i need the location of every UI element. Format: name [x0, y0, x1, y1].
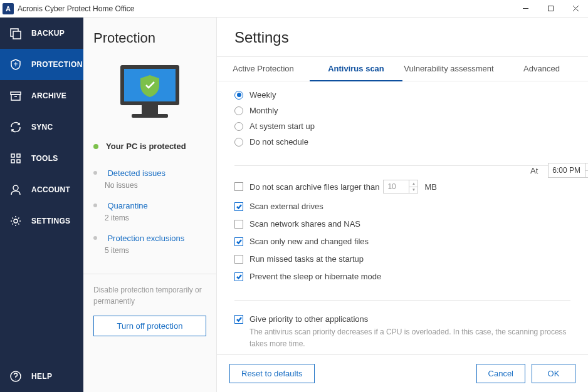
check-scan-external[interactable]: Scan external drives: [234, 202, 570, 211]
help-icon: [9, 369, 23, 383]
checkbox-icon: [234, 255, 243, 264]
tab-active-protection[interactable]: Active Protection: [217, 57, 310, 81]
check-scan-network[interactable]: Scan network shares and NAS: [234, 219, 570, 229]
protection-panel: Protection Your PC is protected Detected…: [83, 18, 217, 392]
svg-point-13: [13, 185, 18, 190]
checkbox-icon: [234, 272, 243, 281]
radio-icon: [234, 106, 243, 115]
titlebar: A Acronis Cyber Protect Home Office: [0, 0, 588, 18]
panel-title: Protection: [83, 30, 216, 46]
sidebar-item-label: ARCHIVE: [31, 91, 66, 100]
chevron-down-icon[interactable]: ▼: [585, 171, 588, 178]
bullet-icon: [93, 236, 97, 240]
sidebar-item-label: BACKUP: [31, 29, 65, 38]
svg-rect-5: [13, 31, 21, 39]
close-button[interactable]: [563, 0, 588, 18]
check-archive-size[interactable]: Do not scan archive files larger than ▲▼…: [234, 180, 570, 193]
archive-icon: [9, 89, 23, 103]
sidebar-item-backup[interactable]: BACKUP: [0, 18, 83, 49]
sidebar-item-label: ACCOUNT: [31, 185, 70, 194]
radio-weekly[interactable]: Weekly: [234, 90, 570, 100]
check-priority[interactable]: Give priority to other applications: [234, 314, 570, 324]
radio-icon: [234, 138, 243, 147]
archive-size-input[interactable]: [383, 180, 409, 193]
disable-note: Disable protection temporarily or perman…: [83, 284, 216, 316]
checkbox-label: Scan only new and changed files: [249, 237, 369, 246]
radio-startup[interactable]: At system start up: [234, 121, 570, 131]
svg-rect-11: [11, 160, 14, 163]
settings-title: Settings: [217, 18, 588, 56]
sidebar-item-archive[interactable]: ARCHIVE: [0, 80, 83, 111]
reset-defaults-button[interactable]: Reset to defaults: [229, 364, 315, 383]
sidebar: BACKUP PROTECTION ARCHIVE SYNC TOOLS ACC…: [0, 18, 83, 392]
turn-off-button[interactable]: Turn off protection: [93, 316, 206, 336]
sidebar-item-label: SYNC: [31, 123, 53, 132]
tab-advanced[interactable]: Advanced: [495, 57, 588, 81]
detected-issues-link[interactable]: Detected issues: [107, 168, 165, 178]
exclusions-sub: 5 items: [105, 246, 206, 255]
gear-icon: [9, 214, 23, 228]
checkbox-label: Run missed tasks at the startup: [249, 254, 364, 264]
settings-tabs: Active Protection Antivirus scan Vulnera…: [217, 56, 588, 81]
checkbox-icon: [234, 182, 243, 191]
check-scan-new[interactable]: Scan only new and changed files: [234, 237, 570, 246]
svg-point-14: [14, 219, 18, 223]
settings-footer: Reset to defaults Cancel OK: [217, 354, 588, 392]
svg-rect-18: [142, 105, 158, 114]
quarantine-sub: 2 items: [105, 214, 206, 222]
sidebar-item-sync[interactable]: SYNC: [0, 111, 83, 143]
time-input[interactable]: [548, 163, 585, 178]
sidebar-item-settings[interactable]: SETTINGS: [0, 205, 83, 237]
checkbox-icon: [234, 315, 243, 324]
time-spinner[interactable]: ▲▼: [585, 163, 588, 178]
tools-icon: [9, 152, 23, 165]
tab-antivirus-scan[interactable]: Antivirus scan: [310, 57, 402, 81]
sync-icon: [9, 120, 23, 134]
checkbox-label: Scan network shares and NAS: [249, 219, 360, 229]
checkbox-label: Do not scan archive files larger than: [249, 182, 379, 192]
chevron-up-icon[interactable]: ▲: [585, 163, 588, 171]
settings-panel: Settings Active Protection Antivirus sca…: [217, 18, 588, 392]
sidebar-item-tools[interactable]: TOOLS: [0, 143, 83, 174]
sidebar-item-label: HELP: [31, 372, 52, 381]
sidebar-item-help[interactable]: HELP: [0, 361, 83, 392]
minimize-button[interactable]: [513, 0, 538, 18]
svg-rect-12: [17, 160, 20, 163]
sidebar-item-label: PROTECTION: [31, 60, 83, 69]
app-logo: A: [3, 3, 14, 14]
chevron-down-icon[interactable]: ▼: [409, 187, 417, 193]
exclusions-link[interactable]: Protection exclusions: [107, 234, 184, 243]
checkbox-icon: [234, 202, 243, 211]
quarantine-link[interactable]: Quarantine: [107, 201, 147, 210]
archive-spinner[interactable]: ▲▼: [409, 180, 418, 193]
radio-label: Monthly: [249, 106, 278, 115]
ok-button[interactable]: OK: [532, 364, 575, 383]
svg-rect-10: [17, 154, 20, 157]
bullet-icon: [93, 171, 97, 175]
maximize-button[interactable]: [538, 0, 563, 18]
tab-vulnerability[interactable]: Vulnerability assessment: [402, 57, 495, 81]
chevron-up-icon[interactable]: ▲: [409, 180, 417, 187]
svg-rect-19: [132, 114, 168, 118]
svg-rect-1: [548, 6, 553, 11]
checkbox-icon: [234, 220, 243, 229]
check-run-missed[interactable]: Run missed tasks at the startup: [234, 254, 570, 264]
shield-icon: [9, 58, 23, 71]
radio-monthly[interactable]: Monthly: [234, 106, 570, 115]
sidebar-item-protection[interactable]: PROTECTION: [0, 49, 83, 80]
radio-noschedule[interactable]: Do not schedule: [234, 137, 570, 147]
sidebar-item-account[interactable]: ACCOUNT: [0, 174, 83, 205]
svg-rect-9: [11, 154, 14, 157]
at-label: At: [530, 166, 538, 175]
svg-rect-7: [11, 95, 20, 100]
checkbox-icon: [234, 237, 243, 246]
radio-icon: [234, 91, 243, 100]
status-text: Your PC is protected: [106, 142, 186, 151]
cancel-button[interactable]: Cancel: [476, 364, 525, 383]
status-dot-icon: [93, 144, 98, 149]
check-prevent-sleep[interactable]: Prevent the sleep or hibernate mode: [234, 272, 570, 281]
checkbox-label: Prevent the sleep or hibernate mode: [249, 272, 381, 281]
radio-label: Do not schedule: [249, 137, 308, 147]
radio-icon: [234, 122, 243, 131]
bullet-icon: [93, 204, 97, 207]
